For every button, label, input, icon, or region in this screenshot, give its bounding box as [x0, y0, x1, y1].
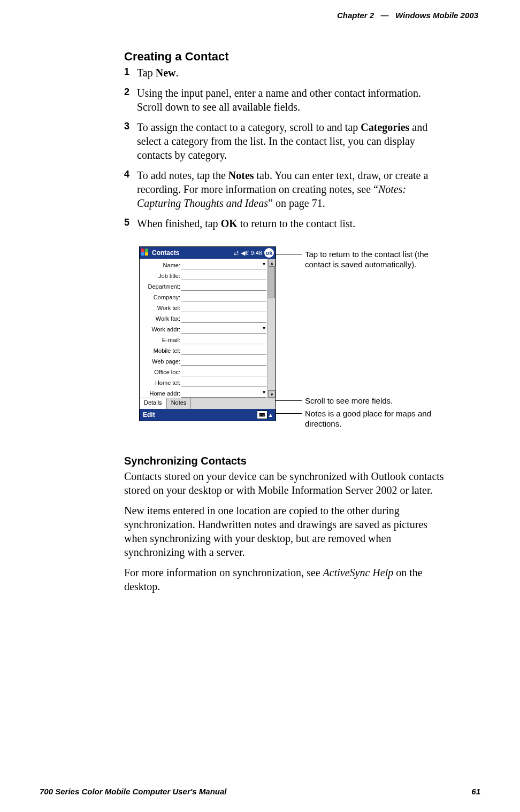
contacts-screenshot: Contacts ⇄ ◀€ 9:48 ok Name:Job title:Dep… [139, 246, 276, 421]
sync-para-2: New items entered in one location are co… [124, 504, 445, 559]
scroll-down-icon[interactable]: ▾ [268, 390, 276, 398]
text-field[interactable] [181, 347, 266, 355]
tab-details[interactable]: Details [140, 398, 167, 409]
field-label: Work tel: [140, 305, 181, 311]
scroll-up-icon[interactable]: ▴ [268, 259, 276, 266]
connectivity-icon[interactable]: ⇄ [234, 250, 239, 257]
text-field[interactable] [181, 293, 266, 301]
clock-text[interactable]: 9:48 [251, 250, 262, 256]
field-row: Web page: [140, 356, 267, 367]
step-4-text: To add notes, tap the Notes tab. You can… [137, 168, 445, 210]
edit-menu[interactable]: Edit [143, 411, 155, 419]
step-1: 1 Tap New. [124, 66, 445, 80]
field-label: Web page: [140, 358, 181, 365]
step-1-number: 1 [124, 66, 133, 80]
field-label: Work fax: [140, 315, 181, 322]
ok-button[interactable]: ok [264, 248, 274, 258]
field-label: Mobile tel: [140, 347, 181, 354]
callouts: Tap to return to the contact list (the c… [288, 246, 443, 428]
step-2: 2 Using the input panel, enter a name an… [124, 86, 445, 114]
form-fields: Name:Job title:Department:Company:Work t… [140, 259, 267, 398]
text-field[interactable] [181, 304, 266, 312]
app-title: Contacts [152, 249, 232, 257]
field-label: Name: [140, 262, 181, 268]
field-row: Department: [140, 281, 267, 292]
start-flag-icon[interactable] [141, 249, 150, 257]
step-3: 3 To assign the contact to a category, s… [124, 120, 445, 162]
text-field[interactable] [181, 358, 266, 366]
field-row: Mobile tel: [140, 345, 267, 356]
step-3-number: 3 [124, 120, 133, 162]
heading-sync-contacts: Synchronizing Contacts [124, 455, 445, 467]
heading-creating-contact: Creating a Contact [124, 50, 445, 64]
vertical-scrollbar[interactable]: ▴ ▾ [267, 259, 276, 398]
chapter-label: Chapter 2 [337, 11, 374, 20]
tab-bar: Details Notes [140, 398, 276, 409]
field-label: Company: [140, 294, 181, 300]
step-5-number: 5 [124, 216, 133, 230]
dropdown-field[interactable] [181, 326, 266, 334]
input-selector-icon[interactable]: ▴ [269, 412, 272, 419]
page-footer: 700 Series Color Mobile Computer User's … [40, 787, 480, 796]
field-label: E-mail: [140, 337, 181, 343]
text-field[interactable] [181, 315, 266, 323]
field-row: Home tel: [140, 377, 267, 388]
step-5: 5 When finished, tap OK to return to the… [124, 216, 445, 230]
field-label: Home tel: [140, 380, 181, 386]
header-dash: — [376, 11, 393, 20]
field-row: Work addr: [140, 324, 267, 335]
sync-para-3: For more information on synchronization,… [124, 566, 445, 593]
text-field[interactable] [181, 272, 266, 280]
text-field[interactable] [181, 283, 266, 291]
footer-manual-title: 700 Series Color Mobile Computer User's … [40, 787, 227, 796]
footer-page-number: 61 [471, 787, 480, 796]
field-row: E-mail: [140, 335, 267, 345]
step-4-number: 4 [124, 168, 133, 210]
step-1-text: Tap New. [137, 66, 178, 80]
field-label: Job title: [140, 273, 181, 279]
field-row: Company: [140, 292, 267, 303]
field-row: Home addr: [140, 388, 267, 399]
field-label: Office loc: [140, 369, 181, 375]
callout-scroll: Scroll to see more fields. [305, 396, 393, 406]
callout-notes: Notes is a good place for maps and direc… [305, 409, 443, 429]
text-field[interactable] [181, 379, 266, 387]
field-row: Work fax: [140, 313, 267, 324]
titlebar: Contacts ⇄ ◀€ 9:48 ok [140, 247, 276, 259]
sync-para-1: Contacts stored on your device can be sy… [124, 469, 445, 497]
field-row: Work tel: [140, 303, 267, 313]
field-row: Job title: [140, 270, 267, 281]
field-row: Name: [140, 260, 267, 270]
step-3-text: To assign the contact to a category, scr… [137, 120, 445, 162]
field-label: Work addr: [140, 326, 181, 332]
text-field[interactable] [181, 336, 266, 344]
tab-notes[interactable]: Notes [167, 398, 192, 409]
field-label: Home addr: [140, 390, 181, 397]
step-4: 4 To add notes, tap the Notes tab. You c… [124, 168, 445, 210]
header-title: Windows Mobile 2003 [395, 11, 478, 20]
volume-icon[interactable]: ◀€ [241, 250, 248, 257]
scroll-thumb[interactable] [269, 266, 275, 298]
field-label: Department: [140, 283, 181, 290]
text-field[interactable] [181, 368, 266, 376]
dropdown-field[interactable] [181, 390, 266, 398]
bottom-bar: Edit ⌨ ▴ [140, 409, 276, 421]
step-2-text: Using the input panel, enter a name and … [137, 86, 445, 114]
running-header: Chapter 2 — Windows Mobile 2003 [40, 11, 480, 20]
keyboard-icon[interactable]: ⌨ [257, 411, 267, 419]
step-5-text: When finished, tap OK to return to the c… [137, 216, 355, 230]
dropdown-field[interactable] [181, 261, 266, 269]
callout-ok: Tap to return to the contact list (the c… [305, 250, 443, 270]
step-2-number: 2 [124, 86, 133, 114]
steps-list: 1 Tap New. 2 Using the input panel, ente… [124, 66, 445, 230]
field-row: Office loc: [140, 367, 267, 377]
